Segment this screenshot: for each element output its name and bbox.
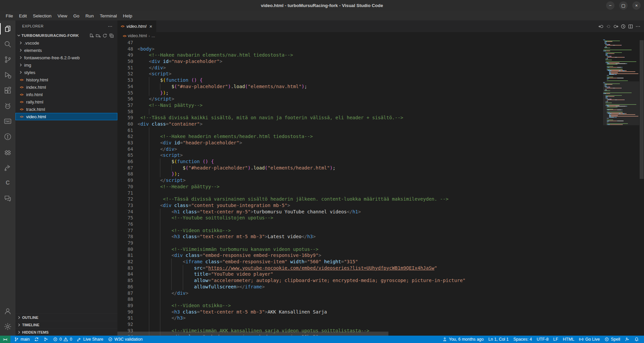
refresh-explorer-icon[interactable] bbox=[102, 33, 107, 38]
run-debug-icon[interactable] bbox=[0, 67, 15, 83]
html-file-icon: <> bbox=[19, 85, 24, 89]
pane-timeline[interactable]: TIMELINE bbox=[15, 321, 117, 328]
collapse-folders-icon[interactable] bbox=[109, 33, 114, 38]
menu-terminal[interactable]: Terminal bbox=[97, 12, 120, 19]
w3c-validation[interactable]: W3C validation bbox=[106, 336, 145, 343]
remote-icon: >< bbox=[3, 337, 7, 342]
search-icon[interactable] bbox=[0, 37, 15, 52]
indentation[interactable]: Spaces: 4 bbox=[511, 336, 534, 343]
explorer-title: EXPLORER bbox=[22, 24, 44, 28]
next-change-icon[interactable] bbox=[613, 24, 619, 29]
menu-go[interactable]: Go bbox=[70, 12, 83, 19]
account-icon[interactable] bbox=[0, 303, 15, 319]
pane-outline[interactable]: OUTLINE bbox=[15, 314, 117, 321]
menu-run[interactable]: Run bbox=[83, 12, 97, 19]
minimap[interactable] bbox=[603, 40, 639, 336]
person-icon bbox=[442, 337, 447, 342]
menu-edit[interactable]: Edit bbox=[16, 12, 30, 19]
line-number: 84 bbox=[117, 271, 133, 277]
tmc-icon[interactable]: TMC bbox=[0, 114, 15, 129]
cursor-position[interactable]: Ln 1, Col 1 bbox=[486, 336, 511, 343]
file-info.html[interactable]: <> info.html bbox=[15, 91, 117, 98]
sync-changes[interactable] bbox=[32, 336, 41, 343]
problems[interactable]: 00 bbox=[51, 336, 74, 343]
explorer-sidebar: EXPLORER ⋯ TURBOMURSURACING-FORK .vscode… bbox=[15, 20, 117, 336]
line-number: 64 bbox=[117, 146, 133, 152]
more-actions-icon[interactable] bbox=[635, 24, 641, 29]
encoding[interactable]: UTF-8 bbox=[534, 336, 551, 343]
close-tab-icon[interactable]: × bbox=[149, 24, 153, 29]
menu-view[interactable]: View bbox=[55, 12, 70, 19]
menu-file[interactable]: File bbox=[3, 12, 16, 19]
branch-icon bbox=[14, 337, 19, 342]
source-control-icon[interactable] bbox=[0, 52, 15, 67]
settings-gear-icon[interactable] bbox=[0, 319, 15, 334]
language-mode[interactable]: HTML bbox=[560, 336, 577, 343]
new-folder-icon[interactable] bbox=[96, 33, 101, 38]
tab-video-html[interactable]: <> video.html × bbox=[117, 20, 156, 32]
status-label: You, 6 months ago bbox=[449, 337, 484, 342]
explorer-more-actions[interactable]: ⋯ bbox=[108, 23, 113, 29]
horizontal-scrollbar[interactable] bbox=[117, 332, 388, 336]
git-branch[interactable]: main bbox=[12, 336, 32, 343]
code-line: 80 <!--Viimeisimmän turbomursu kanavan v… bbox=[117, 246, 603, 253]
breadcrumb-file[interactable]: video.html bbox=[128, 33, 147, 38]
file-index.html[interactable]: <> index.html bbox=[15, 83, 117, 91]
extensions-icon[interactable] bbox=[0, 83, 15, 98]
breadcrumb-more[interactable]: ... bbox=[152, 33, 155, 38]
file-track.html[interactable]: <> track.html bbox=[15, 106, 117, 113]
notifications[interactable] bbox=[632, 336, 641, 343]
restore-button[interactable]: ▢ bbox=[619, 1, 628, 10]
prev-change-icon[interactable] bbox=[606, 24, 611, 29]
code-line: 72 <!--Tässä divissä varsinainen sisältö… bbox=[117, 196, 603, 202]
status-label: Go Live bbox=[585, 337, 600, 342]
file-history-icon[interactable] bbox=[621, 24, 626, 29]
workspace-header[interactable]: TURBOMURSURACING-FORK bbox=[15, 32, 117, 39]
file-history.html[interactable]: <> history.html bbox=[15, 76, 117, 83]
folder-.vscode[interactable]: .vscode bbox=[15, 39, 117, 47]
nav-back-icon[interactable] bbox=[598, 24, 604, 29]
folder-img[interactable]: img bbox=[15, 61, 117, 69]
git-graph[interactable] bbox=[41, 336, 51, 343]
blame-annotation[interactable]: You, 6 months ago bbox=[440, 336, 486, 343]
activity-bar: TMCC bbox=[0, 20, 15, 336]
vertical-scrollbar[interactable] bbox=[639, 40, 644, 336]
go-live[interactable]: Go Live bbox=[577, 336, 602, 343]
code-line: 63 <div id="header-placeholder"> bbox=[117, 140, 603, 146]
file-rally.html[interactable]: <> rally.html bbox=[15, 98, 117, 106]
chevron-right-icon bbox=[17, 330, 21, 335]
code-line: 53 $(function () { bbox=[117, 77, 603, 83]
code-line: 71 bbox=[117, 190, 603, 196]
line-number: 80 bbox=[117, 246, 133, 253]
live-share[interactable]: Live Share bbox=[74, 336, 106, 343]
split-editor-icon[interactable] bbox=[628, 24, 633, 29]
pane-hidden-items[interactable]: HIDDEN ITEMS bbox=[15, 328, 117, 336]
menu-help[interactable]: Help bbox=[120, 12, 135, 19]
new-file-icon[interactable] bbox=[89, 33, 94, 38]
editor-group: <> video.html × <> video.html › ... 4748… bbox=[117, 20, 644, 336]
bug-extension-icon[interactable] bbox=[0, 98, 15, 114]
chevron-right-icon bbox=[18, 55, 23, 60]
c-extension-icon[interactable]: C bbox=[0, 175, 15, 191]
close-button[interactable]: × bbox=[632, 1, 641, 10]
feedback[interactable] bbox=[623, 336, 632, 343]
folder-styles[interactable]: styles bbox=[15, 69, 117, 76]
folder-elements[interactable]: elements bbox=[15, 47, 117, 54]
eol[interactable]: LF bbox=[551, 336, 560, 343]
history-circle-icon[interactable] bbox=[0, 129, 15, 144]
minimize-button[interactable]: − bbox=[606, 1, 614, 10]
line-number: 91 bbox=[117, 315, 133, 321]
folder-fontawesome-free-6.2.0-web[interactable]: fontawesome-free-6.2.0-web bbox=[15, 54, 117, 61]
spell-checker[interactable]: Spell bbox=[602, 336, 623, 343]
remote-indicator[interactable]: >< bbox=[0, 336, 10, 343]
pipelines-icon[interactable] bbox=[0, 144, 15, 160]
graph-icon bbox=[44, 337, 48, 342]
feedback-icon bbox=[625, 337, 630, 342]
comments-icon[interactable] bbox=[0, 191, 15, 206]
code-editor[interactable]: 4748<body>49 <!--Hakee navbarin elements… bbox=[117, 40, 644, 336]
menu-selection[interactable]: Selection bbox=[30, 12, 55, 19]
explorer-icon[interactable] bbox=[0, 21, 15, 37]
code-line: 79 bbox=[117, 240, 603, 246]
live-share-icon[interactable] bbox=[0, 160, 15, 175]
file-video.html[interactable]: <> video.html bbox=[15, 113, 117, 120]
